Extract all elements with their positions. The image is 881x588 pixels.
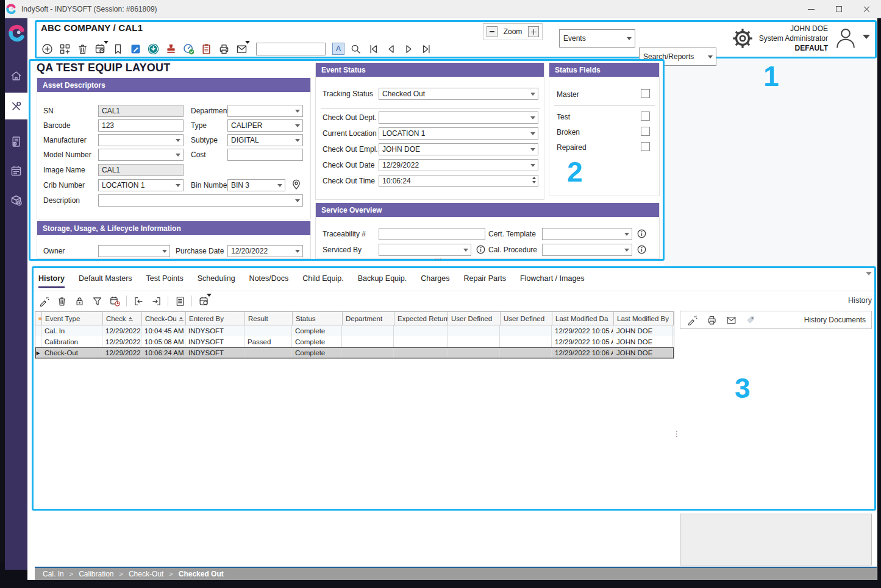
owner-dropdown[interactable] (98, 245, 170, 257)
nav-first-button[interactable] (366, 42, 380, 55)
broken-checkbox[interactable] (641, 127, 650, 136)
flow-step-cal-in[interactable]: Cal. In (43, 570, 64, 578)
date-filter-button[interactable] (109, 295, 121, 307)
edit-document-button[interactable] (686, 314, 698, 326)
tab-backup-equip[interactable]: Backup Equip. (358, 274, 407, 288)
flow-step-checked-out[interactable]: Checked Out (179, 570, 224, 578)
view-log-button[interactable] (174, 295, 186, 307)
edit-note-button[interactable] (129, 42, 142, 55)
nav-next-button[interactable] (402, 42, 415, 55)
match-case-button[interactable]: A (332, 43, 344, 55)
close-button[interactable] (853, 0, 881, 18)
check-out-date-dropdown[interactable]: 12/29/2022 (379, 159, 538, 171)
tab-history[interactable]: History (38, 274, 65, 288)
event-menu-button[interactable] (93, 42, 107, 55)
check-in-button[interactable] (132, 295, 144, 307)
email-document-button[interactable] (725, 314, 737, 326)
column-header-entered-by[interactable]: Entered By (186, 312, 245, 325)
info-icon[interactable] (637, 229, 646, 238)
tab-default-masters[interactable]: Default Masters (79, 274, 132, 288)
quick-search-input[interactable] (256, 43, 326, 55)
master-checkbox[interactable] (641, 89, 650, 98)
cert-template-dropdown[interactable] (542, 228, 632, 240)
check-out-button[interactable] (150, 295, 162, 307)
manufacturer-dropdown[interactable] (98, 134, 184, 146)
serviced-by-dropdown[interactable] (379, 244, 471, 256)
test-checkbox[interactable] (641, 112, 650, 121)
delete-event-button[interactable] (55, 295, 68, 307)
cost-field[interactable] (227, 149, 303, 161)
stamp-button[interactable] (164, 42, 177, 55)
column-header-last-modified-by[interactable]: Last Modified By (614, 312, 674, 325)
column-header-event-type[interactable]: Event Type (42, 312, 103, 325)
delete-record-button[interactable] (76, 42, 89, 55)
user-menu-chevron-icon[interactable] (863, 35, 870, 39)
column-header-user-defined[interactable]: User Defined (448, 312, 501, 325)
history-row-calibration[interactable]: Calibration12/29/202210:05:08 AMINDYSOFT… (35, 336, 674, 347)
filter-button[interactable] (91, 295, 103, 307)
sidebar-item-equipment-tools[interactable] (5, 93, 27, 119)
barcode-field[interactable]: 123 (98, 119, 184, 132)
column-header-department[interactable]: Department (343, 312, 394, 325)
cal-procedure-dropdown[interactable] (542, 244, 632, 256)
add-record-button[interactable] (40, 42, 54, 55)
repaired-checkbox[interactable] (641, 142, 650, 151)
check-out-time-spinner[interactable]: 10:06:24 (379, 175, 538, 187)
check-out-employee-dropdown[interactable]: JOHN DOE (379, 143, 538, 155)
tracking-status-dropdown[interactable]: Checked Out (379, 88, 538, 100)
time-spinner-arrows[interactable] (532, 177, 536, 183)
tab-scheduling[interactable]: Scheduling (198, 274, 235, 288)
tab-charges[interactable]: Charges (421, 274, 449, 288)
department-dropdown[interactable] (227, 105, 303, 117)
column-header-last-modified-da[interactable]: Last Modified Da (552, 312, 614, 325)
crib-number-dropdown[interactable]: LOCATION 1 (98, 179, 184, 191)
bookmark-button[interactable] (111, 42, 124, 55)
tab-flowchart-images[interactable]: Flowchart / Images (520, 274, 585, 288)
minimize-button[interactable] (797, 0, 825, 18)
history-row-cal-in[interactable]: Cal. In12/29/202210:04:45 AMINDYSOFTComp… (35, 325, 674, 336)
check-in-out-button[interactable] (146, 42, 160, 55)
column-header-user-defined[interactable]: User Defined (501, 312, 552, 325)
tab-notes-docs[interactable]: Notes/Docs (249, 274, 289, 288)
column-header-check-ou[interactable]: Check-Ou (142, 312, 186, 325)
type-dropdown[interactable]: CALIPER (227, 119, 303, 132)
info-icon[interactable] (476, 245, 485, 254)
schedule-event-button[interactable] (198, 295, 210, 307)
tabs-overflow-chevron-icon[interactable] (866, 272, 872, 275)
column-header-expected-return[interactable]: Expected Return (394, 312, 448, 325)
column-header-status[interactable]: Status (293, 312, 343, 325)
clone-record-button[interactable] (58, 42, 71, 55)
tab-repair-parts[interactable]: Repair Parts (463, 274, 505, 288)
purchase-date-dropdown[interactable]: 12/20/2022 (227, 245, 303, 257)
splitter-handle[interactable]: … (434, 252, 443, 261)
user-info[interactable]: JOHN DOE System Administrator DEFAULT (716, 24, 828, 53)
nav-last-button[interactable] (419, 42, 433, 55)
history-row-check-out[interactable]: ▶Check-Out12/29/202210:06:24 AMINDYSOFTC… (35, 347, 674, 358)
sidebar-item-inventory[interactable] (5, 186, 27, 213)
tag-document-button[interactable] (744, 314, 757, 326)
maximize-button[interactable] (825, 0, 853, 18)
current-location-dropdown[interactable]: LOCATION 1 (379, 127, 538, 140)
zoom-out-button[interactable] (487, 26, 498, 37)
column-header-result[interactable]: Result (245, 312, 293, 325)
bin-number-dropdown[interactable]: BIN 3 (227, 179, 285, 191)
edit-event-button[interactable] (38, 295, 50, 307)
clipboard-button[interactable] (199, 42, 213, 55)
sidebar-item-calendar[interactable] (5, 157, 27, 184)
lock-event-button[interactable] (73, 295, 85, 307)
traceability-field[interactable] (379, 228, 485, 240)
nav-previous-button[interactable] (384, 42, 398, 55)
model-number-dropdown[interactable] (98, 149, 184, 161)
events-dropdown[interactable]: Events (559, 29, 635, 48)
vertical-splitter-handle[interactable]: ⋮ (673, 433, 680, 436)
search-button[interactable] (349, 42, 362, 55)
sidebar-item-home[interactable] (5, 62, 27, 89)
tab-child-equip[interactable]: Child Equip. (302, 274, 343, 288)
tab-test-points[interactable]: Test Points (146, 274, 184, 288)
info-icon[interactable] (637, 245, 646, 254)
zoom-in-button[interactable] (528, 26, 539, 37)
row-marker-column-header[interactable]: * (35, 312, 42, 325)
column-header-check[interactable]: Check (103, 312, 142, 325)
check-out-dept-dropdown[interactable] (379, 112, 538, 124)
flow-step-calibration[interactable]: Calibration (79, 570, 113, 578)
